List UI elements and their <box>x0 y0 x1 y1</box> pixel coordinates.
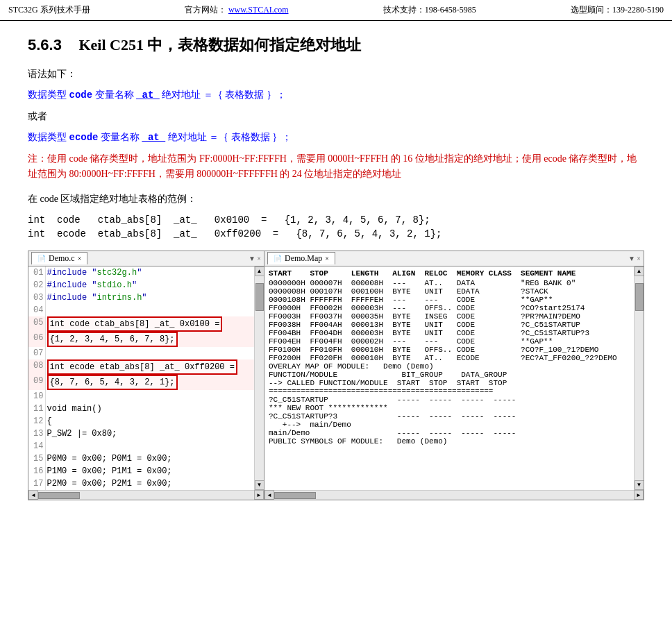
right-scroll-down-btn[interactable]: ▼ <box>635 480 644 490</box>
example-intro: 在 code 区域指定绝对地址表格的范例： <box>28 192 644 207</box>
code-line-content: P1M0 = 0x00; P1M1 = 0x00; <box>45 465 254 477</box>
code-editor[interactable]: 01#include "stc32g.h"02#include "stdio.h… <box>28 266 254 490</box>
map-extra-line: ?C_C51STARTUP?3 ----- ----- ----- ----- <box>269 412 630 421</box>
line-number: 16 <box>28 465 45 477</box>
code-example-2: int ecode etab_abs[8] _at_ 0xff0200 = {8… <box>28 228 644 239</box>
right-tab-demo-map[interactable]: 📄 Demo.Map × <box>267 252 335 264</box>
syntax-line1: 数据类型 code 变量名称 _at_ 绝对地址 ＝｛ 表格数据 ｝； <box>28 87 644 103</box>
right-hscroll-right[interactable]: ► <box>634 490 644 500</box>
map-extra-line: +--> main/Demo <box>269 421 630 429</box>
code-line-content: { <box>45 415 254 427</box>
scroll-thumb[interactable] <box>255 283 264 311</box>
syntax-line2: 数据类型 ecode 变量名称 _at_ 绝对地址 ＝｛ 表格数据 ｝； <box>28 130 644 145</box>
map-data-row: FF0000H FF0002H 000003H --- OFFS.. CODE … <box>269 304 630 312</box>
code-line-content: P_SW2 |= 0x80; <box>45 427 254 440</box>
line-number: 09 <box>28 375 45 390</box>
left-tab-bar: 📄 Demo.c × ▼ × <box>28 251 264 266</box>
map-data-row: FF0038H FF004AH 000013H BYTE UNIT CODE ?… <box>269 321 630 329</box>
line-number: 06 <box>28 332 45 347</box>
map-data-row: FF0100H FF010FH 000010H BYTE OFFS.. CODE… <box>269 346 630 354</box>
code-examples: int code ctab_abs[8] _at_ 0x0100 = {1, 2… <box>28 214 644 239</box>
code-line-content: P2M0 = 0x00; P2M1 = 0x00; <box>45 477 254 490</box>
right-scroll-up-btn[interactable]: ▲ <box>635 266 644 276</box>
line-number: 13 <box>28 427 45 440</box>
map-data-row: 0000008H 000107H 000100H BYTE UNIT EDATA… <box>269 287 630 296</box>
line-number: 01 <box>28 266 45 279</box>
map-extra-line: ?C_C51STARTUP ----- ----- ----- ----- <box>269 396 630 404</box>
map-extra-line: FUNCTION/MODULE BIT_GROUP DATA_GROUP <box>269 371 630 379</box>
map-extra-line: OVERLAY MAP OF MODULE: Demo (Demo) <box>269 362 630 371</box>
left-tab-close[interactable]: × <box>78 255 82 262</box>
left-tab-pin[interactable]: ▼ × <box>249 255 261 262</box>
map-data-row: FF004EH FF004FH 000002H --- --- CODE **G… <box>269 337 630 346</box>
right-scrollbar[interactable]: ▲ ▼ <box>634 266 644 490</box>
map-data-row: 0000000H 000007H 000008H --- AT.. DATA "… <box>269 279 630 287</box>
ide-right-panel: 📄 Demo.Map × ▼ × START STOP LENGTH ALIGN… <box>264 251 644 500</box>
hscroll-right-btn[interactable]: ► <box>254 490 264 500</box>
ide-left-panel: 📄 Demo.c × ▼ × 01#include "stc32g.h"02#i… <box>28 251 264 500</box>
map-extra-line: main/Demo ----- ----- ----- ----- <box>269 429 630 437</box>
line-number: 17 <box>28 477 45 490</box>
right-hscroll-track[interactable] <box>274 491 634 500</box>
code-line-content: #include "stdio.h" <box>45 279 254 291</box>
code-line-content: {1, 2, 3, 4, 5, 6, 7, 8}; <box>45 332 254 347</box>
line-number: 10 <box>28 390 45 402</box>
syntax-intro: 语法如下： <box>28 67 644 82</box>
code-line-content <box>45 390 254 402</box>
section-title: 5.6.3 Keil C251 中，表格数据如何指定绝对地址 <box>28 35 644 56</box>
right-hscroll-left[interactable]: ◄ <box>264 490 274 500</box>
map-extra-line: --> CALLED FUNCTION/MODULE START STOP ST… <box>269 379 630 387</box>
header-title: STC32G 系列技术手册 <box>8 4 90 16</box>
code-line-content <box>45 304 254 316</box>
line-number: 12 <box>28 415 45 427</box>
or-text: 或者 <box>28 109 644 124</box>
line-number: 04 <box>28 304 45 316</box>
map-header-row: START STOP LENGTH ALIGN RELOC MEMORY CLA… <box>269 269 630 278</box>
left-hscrollbar[interactable]: ◄ ► <box>28 490 264 500</box>
code-example-1: int code ctab_abs[8] _at_ 0x0100 = {1, 2… <box>28 214 644 226</box>
header-website: 官方网站： www.STCAI.com <box>185 4 289 16</box>
line-number: 15 <box>28 452 45 465</box>
code-line-content <box>45 440 254 452</box>
right-tab-bar: 📄 Demo.Map × ▼ × <box>264 251 644 266</box>
line-number: 11 <box>28 402 45 415</box>
right-scroll-track[interactable] <box>635 276 644 480</box>
scroll-track[interactable] <box>255 276 264 480</box>
line-number: 05 <box>28 316 45 332</box>
right-tab-close[interactable]: × <box>325 255 329 262</box>
website-link[interactable]: www.STCAI.com <box>228 5 289 15</box>
right-scroll-thumb[interactable] <box>635 283 644 311</box>
map-editor[interactable]: START STOP LENGTH ALIGN RELOC MEMORY CLA… <box>264 266 634 490</box>
left-tab-demo-c[interactable]: 📄 Demo.c × <box>31 252 87 264</box>
code-line-content: int code ctab_abs[8] _at_ 0x0100 = <box>45 316 254 332</box>
map-data-row: FF0200H FF020FH 000010H BYTE AT.. ECODE … <box>269 354 630 362</box>
code-line-content: #include "stc32g.h" <box>45 266 254 279</box>
note-text: 注：使用 code 储存类型时，地址范围为 FF:0000H~FF:FFFFH，… <box>28 151 644 183</box>
map-data-row: FF004BH FF004DH 000003H BYTE UNIT CODE ?… <box>269 329 630 337</box>
map-data-row: FF0003H FF0037H 000035H BYTE INSEG CODE … <box>269 312 630 321</box>
map-extra-line: PUBLIC SYMBOLS OF MODULE: Demo (Demo) <box>269 437 630 446</box>
code-line-content <box>45 347 254 359</box>
main-content: 5.6.3 Keil C251 中，表格数据如何指定绝对地址 语法如下： 数据类… <box>0 21 672 514</box>
file-icon: 📄 <box>37 255 46 262</box>
code-line-content: void main() <box>45 402 254 415</box>
page-header: STC32G 系列技术手册 官方网站： www.STCAI.com 技术支持：1… <box>0 0 672 21</box>
hscroll-track[interactable] <box>38 491 254 500</box>
hscroll-left-btn[interactable]: ◄ <box>28 490 38 500</box>
right-hscrollbar[interactable]: ◄ ► <box>264 490 644 500</box>
line-number: 03 <box>28 291 45 304</box>
left-scrollbar[interactable]: ▲ ▼ <box>254 266 264 490</box>
right-tab-pin[interactable]: ▼ × <box>628 255 641 262</box>
hscroll-thumb[interactable] <box>38 492 80 499</box>
right-hscroll-thumb[interactable] <box>274 492 316 499</box>
header-advisor: 选型顾问：139-2280-5190 <box>571 4 664 16</box>
map-extra-line: *** NEW ROOT ************* <box>269 404 630 412</box>
ide-container: 📄 Demo.c × ▼ × 01#include "stc32g.h"02#i… <box>28 251 644 500</box>
map-extra-line: ========================================… <box>269 387 630 396</box>
line-number: 02 <box>28 279 45 291</box>
code-line-content: int ecode etab_abs[8] _at_ 0xff0200 = <box>45 359 254 375</box>
code-line-content: #include "intrins.h" <box>45 291 254 304</box>
scroll-down-btn[interactable]: ▼ <box>255 480 264 490</box>
scroll-up-btn[interactable]: ▲ <box>255 266 264 276</box>
line-number: 07 <box>28 347 45 359</box>
